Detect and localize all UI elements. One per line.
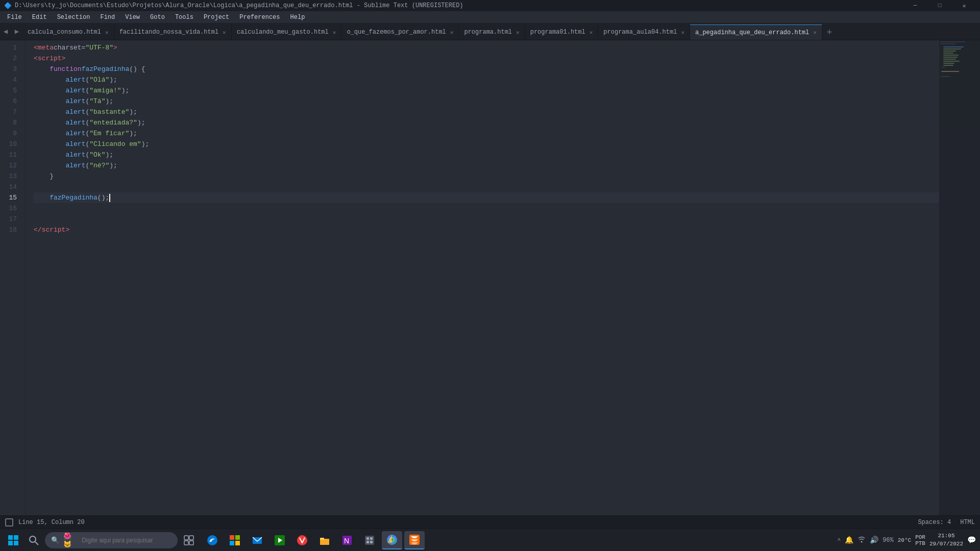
search-taskbar-button[interactable]	[24, 531, 43, 549]
svg-rect-38	[365, 536, 374, 545]
taskbar-search-box[interactable]: 🔍 🌺🐱	[45, 532, 178, 548]
taskbar-edge-icon[interactable]	[202, 531, 223, 549]
svg-text:N: N	[344, 537, 349, 545]
tab-next-button[interactable]: ▶	[11, 23, 22, 40]
tab-bar: ◀ ▶ calcula_consumo.html✕facilitando_nos…	[0, 23, 980, 40]
tab-close-4[interactable]: ✕	[516, 29, 520, 36]
tray-chevron-icon[interactable]: ^	[838, 537, 841, 543]
code-line-10: alert("Clicando em");	[34, 139, 939, 149]
tray-icon-1: 🔔	[845, 536, 853, 544]
tab-close-2[interactable]: ✕	[333, 29, 336, 36]
title-bar-icon: 🔷	[4, 2, 12, 10]
menu-item-help[interactable]: Help	[285, 11, 310, 23]
code-editor[interactable]: <meta charset="UTF-8"><script> function …	[26, 40, 939, 515]
svg-point-50	[861, 541, 863, 542]
tab-4[interactable]: programa.html✕	[459, 24, 525, 40]
taskbar-chrome-icon[interactable]	[382, 531, 402, 549]
status-encoding[interactable]: HTML	[960, 519, 975, 526]
taskbar-vivaldi-icon[interactable]	[292, 531, 312, 549]
tab-close-7[interactable]: ✕	[813, 29, 817, 36]
line-number-9: 9	[0, 128, 21, 139]
menu-item-view[interactable]: View	[120, 11, 145, 23]
menu-item-edit[interactable]: Edit	[27, 11, 52, 23]
tab-label-5: programa01.html	[530, 29, 585, 36]
line-number-11: 11	[0, 149, 21, 160]
line-number-1: 1	[0, 42, 21, 53]
task-view-button[interactable]	[180, 531, 198, 549]
svg-rect-11	[943, 65, 953, 66]
menu-item-tools[interactable]: Tools	[170, 11, 199, 23]
tab-close-0[interactable]: ✕	[105, 29, 109, 36]
close-button[interactable]: ✕	[952, 0, 976, 11]
menu-item-find[interactable]: Find	[95, 11, 120, 23]
tab-1[interactable]: facilitando_nossa_vida.html✕	[114, 24, 232, 40]
svg-point-25	[207, 535, 217, 545]
svg-line-20	[35, 542, 38, 545]
battery-icon: 96%	[883, 537, 894, 544]
taskbar-sublime-icon[interactable]	[404, 531, 425, 549]
taskbar-app9-icon[interactable]	[359, 531, 380, 549]
menu-item-file[interactable]: File	[2, 11, 27, 23]
line-number-8: 8	[0, 117, 21, 128]
tab-close-5[interactable]: ✕	[590, 29, 593, 36]
status-left: Line 15, Column 20	[5, 518, 85, 527]
title-bar-text: D:\Users\ty_jo\Documents\Estudo\Projetos…	[15, 2, 463, 9]
minimap	[939, 40, 980, 515]
menu-item-preferences[interactable]: Preferences	[234, 11, 285, 23]
volume-icon[interactable]: 🔊	[870, 536, 878, 544]
line-number-13: 13	[0, 171, 21, 182]
menu-item-goto[interactable]: Goto	[145, 11, 170, 23]
tab-label-0: calcula_consumo.html	[28, 29, 101, 36]
code-line-14	[34, 182, 939, 192]
code-line-11: alert("Ok");	[34, 149, 939, 160]
tab-add-button[interactable]: +	[822, 26, 837, 40]
code-line-9: alert("Em ficar");	[34, 128, 939, 139]
taskbar-right: ^ 🔔 🔊 96% 20°C PORPTB 21:05 29/07/2022 💬	[838, 532, 976, 548]
line-number-4: 4	[0, 74, 21, 85]
line-number-12: 12	[0, 160, 21, 171]
taskbar-explorer-icon[interactable]	[314, 531, 335, 549]
title-bar-controls: ─ □ ✕	[903, 0, 976, 11]
line-number-16: 16	[0, 203, 21, 214]
code-line-1: <meta charset="UTF-8">	[34, 42, 939, 53]
menu-item-selection[interactable]: Selection	[52, 11, 95, 23]
svg-rect-15	[8, 535, 13, 540]
taskbar-search-input[interactable]	[82, 537, 172, 544]
tab-label-2: calculando_meu_gasto.html	[237, 29, 329, 36]
menu-item-project[interactable]: Project	[199, 11, 234, 23]
code-line-8: alert("entediada?");	[34, 117, 939, 128]
code-line-5: alert("amiga!");	[34, 85, 939, 96]
line-number-18: 18	[0, 224, 21, 235]
tab-close-3[interactable]: ✕	[450, 29, 454, 36]
minimize-button[interactable]: ─	[903, 0, 927, 11]
taskbar-mail-icon[interactable]	[247, 531, 267, 549]
menu-bar: FileEditSelectionFindViewGotoToolsProjec…	[0, 11, 980, 23]
tab-2[interactable]: calculando_meu_gasto.html✕	[232, 24, 342, 40]
editor: 123456789101112131415161718 <meta charse…	[0, 40, 980, 515]
svg-rect-9	[943, 61, 960, 62]
tab-3[interactable]: o_que_fazemos_por_amor.html✕	[341, 24, 459, 40]
clock[interactable]: 21:05 29/07/2022	[929, 532, 963, 548]
code-line-6: alert("Tá");	[34, 96, 939, 107]
svg-rect-8	[943, 59, 956, 60]
tab-0[interactable]: calcula_consumo.html✕	[22, 24, 114, 40]
tab-6[interactable]: programa_aula04.html✕	[598, 24, 690, 40]
taskbar-store-icon[interactable]	[225, 531, 245, 549]
tab-close-6[interactable]: ✕	[681, 29, 684, 36]
taskbar-onenote-icon[interactable]: N	[337, 531, 357, 549]
wifi-icon[interactable]	[857, 535, 866, 545]
svg-rect-26	[230, 535, 234, 540]
maximize-button[interactable]: □	[928, 0, 951, 11]
taskbar-media-icon[interactable]	[270, 531, 290, 549]
status-spaces[interactable]: Spaces: 4	[918, 519, 951, 526]
svg-rect-7	[943, 57, 958, 58]
clock-time: 21:05	[929, 532, 963, 540]
code-line-2: <script>	[34, 53, 939, 64]
tab-close-1[interactable]: ✕	[223, 29, 226, 36]
notification-button[interactable]: 💬	[967, 536, 976, 544]
tab-prev-button[interactable]: ◀	[0, 23, 11, 40]
tab-5[interactable]: programa01.html✕	[525, 24, 599, 40]
windows-start-button[interactable]	[4, 531, 22, 549]
tab-7[interactable]: a_pegadinha_que_deu_errado.html✕	[690, 24, 822, 40]
status-line-col: Line 15, Column 20	[18, 519, 85, 526]
